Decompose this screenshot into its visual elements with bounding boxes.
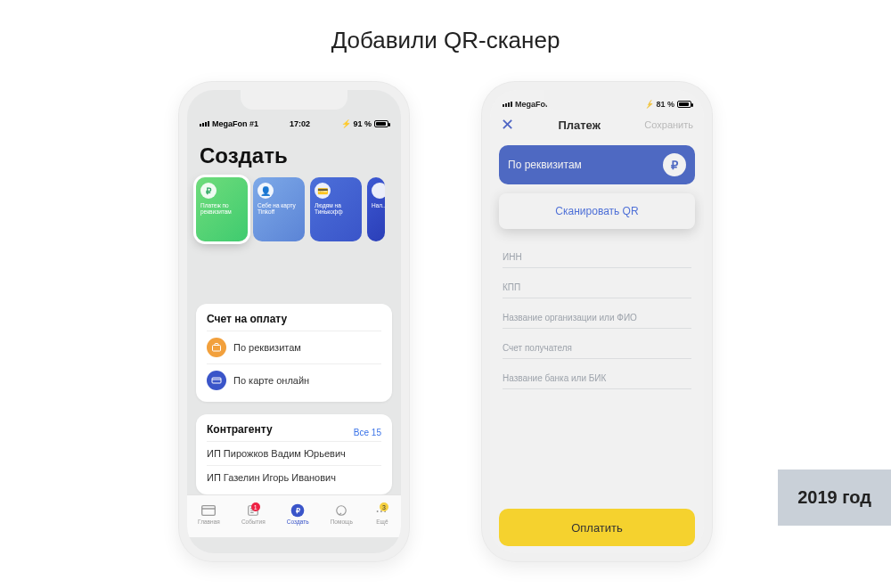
pay-button[interactable]: Оплатить [499,509,695,546]
counterparty-name: ИП Пирожков Вадим Юрьевич [207,448,346,459]
tile-cash[interactable]: Нал... [367,177,385,241]
battery-percent: ⚡ 91 % [341,119,372,128]
tab-help[interactable]: Помощь [331,504,353,525]
notification-badge: 3 [380,502,388,511]
card-icon: 💳 [315,183,331,199]
signal-bars-icon [503,102,512,107]
tab-home[interactable]: Главная [198,504,220,525]
tab-label: Помощь [331,519,353,525]
tile-label: Платеж по реквизитам [200,202,243,216]
tile-label: Себе на карту Tinkoff [257,202,300,216]
wallet-icon [372,183,385,199]
tab-more[interactable]: 3 ••• Ещё [374,504,390,525]
save-button[interactable]: Сохранить [644,119,693,130]
scan-qr-button[interactable]: Сканировать QR [499,193,695,229]
row-label: По реквизитам [233,342,301,353]
status-bar: MegaFon #1 17:02 ⚡ 91 % [187,110,401,133]
inn-field[interactable]: ИНН [503,238,691,268]
card-icon [200,504,217,517]
page-title: Создать [187,133,401,177]
briefcase-icon [207,338,226,357]
page-heading: Добавили QR-сканер [0,27,891,54]
tile-label: Нал... [372,202,380,208]
status-time: 17:02 [290,119,310,128]
phone-left: MegaFon #1 17:02 ⚡ 91 % Создать ₽ Платеж… [178,81,410,562]
battery-icon [677,101,691,108]
phone-right: MegaFon #1 22:57 ⚡ 81 % ✕ Платеж Сохрани… [481,81,713,562]
counterparty-title: Контрагенту [207,423,273,436]
tile-self-tinkoff-card[interactable]: 👤 Себе на карту Tinkoff [253,177,305,241]
chat-icon [333,504,349,517]
tile-label: Людям на Тинькофф [315,202,357,216]
card-icon [207,371,226,390]
svg-rect-0 [213,346,221,352]
invoice-title: Счет на оплату [207,313,381,325]
bank-field[interactable]: Название банка или БИК [503,359,691,389]
notification-badge: 1 [251,502,260,511]
counterparty-row[interactable]: ИП Газелин Игорь Иванович [207,465,381,489]
ruble-circle-icon: ₽ [290,504,306,517]
tab-label: События [241,519,266,525]
payment-type-label: По реквизитам [508,159,582,171]
invoice-card: Счет на оплату По реквизитам По карте он… [196,304,392,402]
tab-label: Создать [287,519,309,525]
close-button[interactable]: ✕ [501,115,514,135]
notch [241,90,347,110]
counterparty-card: Контрагенту Все 15 ИП Пирожков Вадим Юрь… [196,414,392,494]
invoice-by-requisites[interactable]: По реквизитам [207,331,381,363]
tile-payment-by-requisites[interactable]: ₽ Платеж по реквизитам [196,177,248,241]
tab-create[interactable]: ₽ Создать [287,504,309,525]
payment-type-bar[interactable]: По реквизитам ₽ [499,145,695,184]
tab-label: Ещё [376,519,388,525]
payment-form: ИНН КПП Название организации или ФИО Сче… [490,229,704,389]
tab-events[interactable]: 1 События [241,504,266,525]
row-label: По карте онлайн [233,375,309,386]
svg-rect-3 [202,506,216,516]
svg-text:₽: ₽ [296,507,300,515]
person-icon: 👤 [257,183,274,199]
counterparty-row[interactable]: ИП Пирожков Вадим Юрьевич [207,441,381,465]
nav-bar: ✕ Платеж Сохранить [490,113,704,142]
ruble-icon: ₽ [200,183,217,199]
create-tiles: ₽ Платеж по реквизитам 👤 Себе на карту T… [187,177,401,241]
nav-title: Платеж [558,118,600,132]
org-name-field[interactable]: Название организации или ФИО [503,298,691,329]
kpp-field[interactable]: КПП [503,268,691,298]
tile-people-tinkoff[interactable]: 💳 Людям на Тинькофф [310,177,362,241]
tab-bar: Главная 1 События ₽ Создать [187,494,401,537]
svg-rect-1 [212,378,221,383]
tab-label: Главная [198,519,220,525]
carrier-label: MegaFon #1 [212,119,258,128]
recipient-account-field[interactable]: Счет получателя [503,329,691,359]
signal-bars-icon [200,121,209,127]
notch [544,90,650,110]
counterparty-all-link[interactable]: Все 15 [354,428,381,437]
invoice-by-card-online[interactable]: По карте онлайн [207,363,381,396]
ruble-circle-icon: ₽ [663,153,686,176]
counterparty-name: ИП Газелин Игорь Иванович [207,472,336,483]
year-tag: 2019 год [778,470,891,526]
battery-icon [374,120,388,127]
